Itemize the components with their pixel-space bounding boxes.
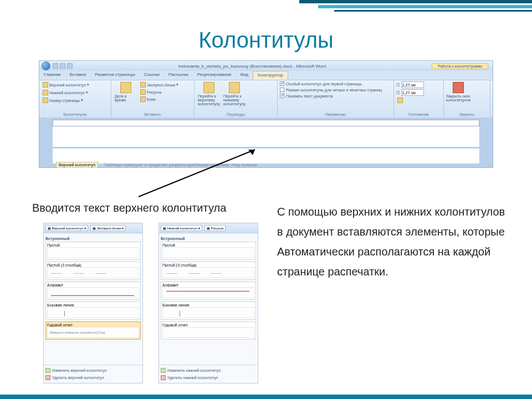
undo-icon[interactable] (60, 63, 65, 69)
gallery-toolbar: ▦ Верхний колонтитул ▾ ▦ Экспресс-блоки … (44, 223, 142, 233)
gallery-item-sideline[interactable]: Боковая линия (161, 301, 256, 320)
group-label: Закрыть (446, 111, 488, 116)
ribbon-group-position: ◫ ◫ Положение (394, 80, 444, 117)
gallery-item-annual[interactable]: Годовой отчет (161, 321, 256, 340)
tab-view[interactable]: Вид (236, 71, 253, 80)
remove-icon (161, 375, 166, 380)
word-screenshot: trebovania_k_otchetu_po_kursovoy (Восста… (39, 60, 493, 168)
ribbon-tabs: Главная Вставка Разметка страницы Ссылки… (39, 71, 493, 80)
group-label: Переходы (197, 111, 275, 116)
calendar-icon (120, 82, 131, 93)
gallery-item-annual[interactable]: Годовой отчет [Введите название документ… (45, 321, 141, 340)
picture-button[interactable]: Рисунок (139, 89, 180, 95)
word-titlebar: trebovania_k_otchetu_po_kursovoy (Восста… (39, 61, 493, 71)
quickparts-button[interactable]: Экспресс-блоки ▾ (139, 81, 180, 88)
decorative-stripes (299, 0, 532, 20)
page-number-icon (43, 98, 48, 103)
ribbon-group-close: Закрыть окно колонтитулов Закрыть (444, 80, 490, 117)
opt-odd-even[interactable]: Разные колонтитулы для четных и нечетных… (280, 88, 391, 92)
header-gallery: ▦ Верхний колонтитул ▾ ▦ Экспресс-блоки … (43, 223, 143, 383)
header-icon (43, 82, 48, 88)
gallery-footer: Изменить верхний колонтитул Удалить верх… (44, 365, 142, 383)
close-header-footer-button[interactable]: Закрыть окно колонтитулов (446, 81, 470, 111)
group-label: Вставить (114, 111, 192, 116)
clipart-icon (140, 96, 146, 102)
tab-insert[interactable]: Вставка (65, 71, 90, 80)
header-body-text: Таблицы нумеруют в пределах раздела араб… (104, 162, 257, 167)
ribbon-group-navigation: Перейти к верхнему колонтитулу Перейти к… (195, 80, 278, 117)
datetime-button[interactable]: Дата и время (114, 81, 138, 111)
page-header-edit[interactable]: Верхний колонтитул Таблицы нумеруют в пр… (53, 149, 479, 165)
gallery-item-blank[interactable]: Пустой (45, 242, 141, 260)
header-from-top[interactable]: ◫ (396, 81, 441, 88)
tab-design[interactable]: Конструктор (253, 71, 288, 80)
gallery-item-blank3[interactable]: Пустой (3 столбца) (45, 262, 141, 280)
header-button[interactable]: Верхний колонтитул ▾ (42, 81, 109, 88)
redo-icon[interactable] (67, 63, 73, 69)
tab-icon (397, 98, 403, 103)
edit-icon (161, 368, 166, 373)
save-icon[interactable] (53, 63, 58, 69)
picture-icon (140, 89, 146, 95)
gallery-footer: Изменить нижний колонтитул Удалить нижни… (159, 365, 258, 383)
edit-footer-action[interactable]: Изменить нижний колонтитул (161, 367, 256, 374)
ribbon-group-options: Особый колонтитул для первой страницы Ра… (278, 80, 394, 117)
footer-from-bottom[interactable]: ◫ (396, 89, 441, 96)
group-label: Параметры (280, 111, 391, 116)
slide-title: Колонтитулы (0, 28, 532, 53)
group-label: Колонтитулы (42, 111, 109, 116)
close-icon (453, 82, 464, 93)
horizontal-ruler[interactable] (53, 120, 479, 126)
contextual-tab-label: Работа с колонтитулами (432, 63, 488, 69)
gallery-item-alphabet[interactable]: Алфавит (45, 282, 141, 300)
quickparts-dropdown-button[interactable]: ▦ Экспресс-блоки ▾ (90, 225, 126, 231)
goto-footer-button[interactable]: Перейти к нижнему колонтитулу (222, 81, 247, 111)
quick-access-toolbar[interactable] (53, 63, 73, 69)
body-text-right: С помощью верхних и нижних колонтитулов … (277, 202, 507, 282)
opt-show-doc-text[interactable]: Показать текст документа (280, 94, 391, 98)
opt-first-page[interactable]: Особый колонтитул для первой страницы (280, 81, 391, 86)
tab-mailings[interactable]: Рассылки (164, 71, 193, 80)
blocks-icon (140, 82, 146, 88)
ribbon-group-headers-footers: Верхний колонтитул ▾ Нижний колонтитул ▾… (39, 80, 111, 117)
gallery-item-blank[interactable]: Пустой (161, 242, 256, 260)
ribbon-group-insert: Дата и время Экспресс-блоки ▾ Рисунок Кл… (111, 80, 195, 117)
gallery-category: Встроенный (45, 237, 141, 241)
window-title: trebovania_k_otchetu_po_kursovoy (Восста… (73, 64, 432, 69)
tab-layout[interactable]: Разметка страницы (90, 71, 140, 80)
gallery-item-sideline[interactable]: Боковая линия (45, 301, 141, 320)
remove-footer-action[interactable]: Удалить нижний колонтитул (161, 374, 256, 381)
gallery-item-alphabet[interactable]: Алфавит (161, 282, 256, 300)
slide-bottom-bar (0, 395, 532, 399)
edit-icon (45, 368, 50, 373)
footer-gallery: ▦ Нижний колонтитул ▾ ▦ Рисунок Встроенн… (158, 223, 258, 383)
header-tag: Верхний колонтитул (56, 162, 98, 168)
ribbon: Верхний колонтитул ▾ Нижний колонтитул ▾… (39, 80, 493, 117)
group-label: Положение (396, 111, 441, 116)
clipart-button[interactable]: Клип (139, 96, 180, 103)
tab-references[interactable]: Ссылки (140, 71, 164, 80)
document-area: Верхний колонтитул Таблицы нумеруют в пр… (39, 117, 493, 167)
footer-button[interactable]: Нижний колонтитул ▾ (42, 89, 109, 96)
header-dropdown-button[interactable]: ▦ Верхний колонтитул ▾ (45, 225, 88, 231)
remove-header-action[interactable]: Удалить верхний колонтитул (45, 374, 141, 381)
gallery-screenshots: ▦ Верхний колонтитул ▾ ▦ Экспресс-блоки … (43, 223, 258, 383)
tab-review[interactable]: Рецензирование (193, 71, 236, 80)
caption-left: Вводится текст верхнего колонтитула (32, 202, 226, 214)
footer-dropdown-button[interactable]: ▦ Нижний колонтитул ▾ (161, 225, 202, 231)
gallery-category: Встроенный (161, 237, 256, 241)
tab-home[interactable]: Главная (39, 71, 65, 80)
down-arrow-icon (229, 82, 240, 93)
up-arrow-icon (203, 82, 214, 93)
edit-header-action[interactable]: Изменить верхний колонтитул (45, 367, 141, 374)
picture-dropdown-button[interactable]: ▦ Рисунок (204, 225, 226, 231)
page-number-button[interactable]: Номер страницы ▾ (42, 97, 109, 104)
goto-header-button[interactable]: Перейти к верхнему колонтитулу (197, 81, 221, 111)
office-button-icon[interactable] (42, 62, 50, 70)
insert-alignment-tab[interactable] (396, 97, 441, 104)
remove-icon (45, 375, 50, 380)
footer-icon (43, 90, 48, 95)
page-header-area[interactable] (53, 126, 479, 149)
gallery-item-blank3[interactable]: Пустой (3 столбца) (161, 262, 256, 280)
gallery-toolbar: ▦ Нижний колонтитул ▾ ▦ Рисунок (159, 223, 258, 233)
